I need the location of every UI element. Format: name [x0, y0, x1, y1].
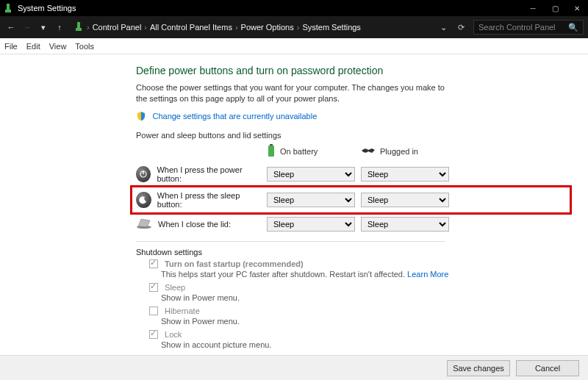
col-plugged-in: Plugged in	[361, 146, 449, 157]
app-crumb-icon	[74, 21, 84, 33]
refresh-button[interactable]: ⟳	[453, 23, 469, 32]
svg-rect-2	[77, 22, 80, 28]
window-title: System Settings	[18, 4, 76, 12]
sleep-button-row: When I press the sleep button: Sleep Sle…	[133, 188, 569, 212]
recent-locations-button[interactable]: ▾	[37, 21, 50, 34]
column-headers: On battery Plugged in	[136, 144, 566, 159]
lid-row-label: When I close the lid:	[158, 220, 231, 229]
divider	[136, 241, 445, 242]
lock-desc: Show in account picture menu.	[161, 340, 566, 349]
fast-startup-desc: This helps start your PC faster after sh…	[161, 270, 566, 279]
menu-file[interactable]: File	[4, 42, 18, 51]
content-area: Define power buttons and turn on passwor…	[0, 54, 588, 355]
chevron-right-icon: ›	[235, 23, 238, 32]
chevron-right-icon: ›	[87, 23, 90, 32]
breadcrumb-power-options[interactable]: Power Options	[241, 23, 294, 32]
sleep-icon	[136, 192, 151, 208]
breadcrumb-control-panel[interactable]: Control Panel	[93, 23, 142, 32]
lid-plugged-select[interactable]: Sleep	[361, 217, 449, 232]
lid-icon	[136, 218, 152, 231]
change-settings-link-row: Change settings that are currently unava…	[136, 109, 566, 122]
title-bar: System Settings ─ ▢ ✕	[0, 0, 588, 16]
checkbox-icon	[149, 306, 158, 315]
lock-title: Lock	[165, 330, 182, 339]
menu-edit[interactable]: Edit	[26, 42, 40, 51]
svg-rect-5	[268, 146, 274, 157]
close-button[interactable]: ✕	[566, 0, 588, 16]
power-plugged-select[interactable]: Sleep	[361, 167, 449, 182]
col-plugged-label: Plugged in	[380, 147, 418, 156]
search-input[interactable]: Search Control Panel 🔍	[473, 20, 584, 35]
lock-checkbox: Lock	[149, 330, 566, 339]
address-dropdown-button[interactable]: ⌄	[437, 21, 450, 34]
up-button[interactable]: ↑	[53, 21, 66, 34]
menu-bar: File Edit View Tools	[0, 38, 588, 54]
hibernate-desc: Show in Power menu.	[161, 317, 566, 326]
navigation-bar: ← → ▾ ↑ › Control Panel › All Control Pa…	[0, 16, 588, 38]
checkbox-icon	[149, 283, 158, 292]
sleep-row-label: When I press the sleep button:	[157, 191, 261, 209]
section-label: Power and sleep buttons and lid settings	[136, 131, 566, 140]
chevron-right-icon: ›	[144, 23, 147, 32]
cancel-button[interactable]: Cancel	[516, 360, 579, 376]
checkbox-icon	[149, 330, 158, 339]
search-placeholder: Search Control Panel	[478, 23, 556, 32]
shield-icon	[136, 111, 146, 121]
power-button-row: When I press the power button: Sleep Sle…	[136, 163, 566, 185]
col-battery-label: On battery	[280, 147, 318, 156]
page-heading: Define power buttons and turn on passwor…	[136, 65, 566, 76]
menu-tools[interactable]: Tools	[75, 42, 94, 51]
power-row-label: When I press the power button:	[157, 165, 261, 183]
save-changes-button[interactable]: Save changes	[447, 360, 510, 376]
breadcrumb-system-settings[interactable]: System Settings	[302, 23, 360, 32]
hibernate-title: Hibernate	[165, 306, 200, 315]
svg-rect-1	[5, 10, 11, 12]
lid-row: When I close the lid: Sleep Sleep	[136, 215, 566, 234]
sleep-battery-select[interactable]: Sleep	[267, 193, 355, 207]
sleep-plugged-select[interactable]: Sleep	[361, 193, 449, 207]
fast-startup-checkbox: Turn on fast startup (recommended)	[149, 259, 566, 268]
col-on-battery: On battery	[267, 144, 355, 159]
hibernate-checkbox: Hibernate	[149, 306, 566, 315]
breadcrumb-all-items[interactable]: All Control Panel Items	[150, 23, 232, 32]
checkbox-icon	[149, 259, 158, 268]
footer-bar: Save changes Cancel	[0, 355, 588, 380]
power-battery-select[interactable]: Sleep	[267, 167, 355, 182]
back-button[interactable]: ←	[4, 21, 18, 34]
sleep-desc: Show in Power menu.	[161, 293, 566, 302]
shutdown-settings-heading: Shutdown settings	[136, 248, 566, 257]
plug-icon	[361, 146, 376, 157]
menu-view[interactable]: View	[49, 42, 67, 51]
svg-rect-0	[7, 4, 10, 10]
sleep-checkbox: Sleep	[149, 283, 566, 292]
lid-battery-select[interactable]: Sleep	[267, 217, 355, 232]
search-icon: 🔍	[568, 23, 578, 32]
chevron-right-icon: ›	[297, 23, 300, 32]
page-description: Choose the power settings that you want …	[136, 82, 452, 104]
minimize-button[interactable]: ─	[522, 0, 544, 16]
sleep-title: Sleep	[165, 283, 185, 292]
maximize-button[interactable]: ▢	[544, 0, 566, 16]
power-icon	[136, 166, 151, 182]
svg-rect-4	[270, 144, 273, 146]
app-icon	[3, 3, 13, 13]
change-settings-link[interactable]: Change settings that are currently unava…	[152, 112, 317, 121]
battery-icon	[267, 144, 276, 159]
forward-button[interactable]: →	[21, 21, 34, 34]
svg-rect-3	[76, 28, 82, 31]
fast-startup-title: Turn on fast startup (recommended)	[165, 259, 304, 268]
learn-more-link[interactable]: Learn More	[407, 270, 448, 279]
